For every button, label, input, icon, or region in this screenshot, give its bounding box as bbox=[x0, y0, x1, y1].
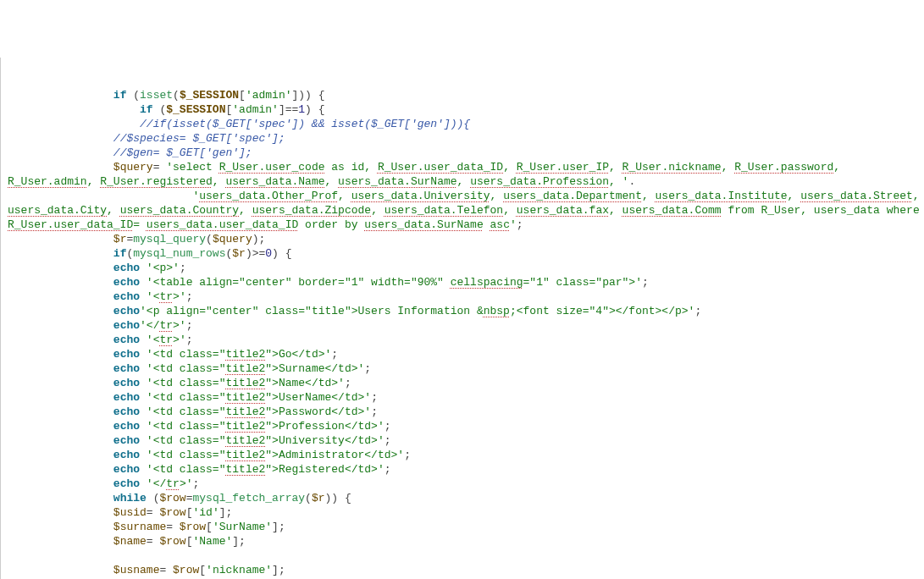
code-line[interactable]: echo '<tr>'; bbox=[1, 333, 924, 347]
code-line[interactable]: $surname= $row['SurName']; bbox=[1, 520, 924, 534]
code-line[interactable]: echo '<tr>'; bbox=[1, 290, 924, 304]
code-line[interactable]: echo'<p align="center" class="title">Use… bbox=[1, 304, 924, 318]
code-line[interactable]: $name= $row['Name']; bbox=[1, 534, 924, 549]
code-editor[interactable]: if (isset($_SESSION['admin'])) { if ($_S… bbox=[0, 58, 924, 579]
code-line[interactable]: echo '<table align="center" border="1" w… bbox=[1, 275, 924, 290]
code-line[interactable] bbox=[1, 549, 924, 563]
code-line[interactable]: echo '<td class="title2">Registered</td>… bbox=[1, 462, 924, 477]
code-line[interactable]: $query= 'select R_User.user_code as id, … bbox=[1, 160, 924, 189]
code-line[interactable]: if(mysql_num_rows($r)>=0) { bbox=[1, 246, 924, 261]
code-line[interactable]: //$species= $_GET['spec']; bbox=[1, 131, 924, 146]
code-lines-container: if (isset($_SESSION['admin'])) { if ($_S… bbox=[1, 88, 924, 579]
code-line[interactable]: $usname= $row['nickname']; bbox=[1, 563, 924, 577]
code-line[interactable]: echo '</tr>'; bbox=[1, 477, 924, 491]
code-line[interactable]: echo '<p>'; bbox=[1, 261, 924, 275]
code-line[interactable]: echo '<td class="title2">UserName</td>'; bbox=[1, 390, 924, 405]
code-line[interactable]: echo '<td class="title2">Password</td>'; bbox=[1, 405, 924, 419]
code-line[interactable]: //$gen= $_GET['gen']; bbox=[1, 146, 924, 160]
code-line[interactable]: echo '<td class="title2">Name</td>'; bbox=[1, 376, 924, 390]
code-line[interactable]: while ($row=mysql_fetch_array($r)) { bbox=[1, 491, 924, 505]
code-line[interactable]: if ($_SESSION['admin']==1) { bbox=[1, 102, 924, 117]
code-line[interactable]: $usid= $row['id']; bbox=[1, 505, 924, 520]
code-line[interactable]: echo'</tr>'; bbox=[1, 318, 924, 333]
code-line[interactable]: echo '<td class="title2">Profession</td>… bbox=[1, 419, 924, 433]
code-line[interactable]: //if(isset($_GET['spec']) && isset($_GET… bbox=[1, 117, 924, 131]
code-line[interactable]: 'users_data.Other_Prof, users_data.Unive… bbox=[1, 189, 924, 232]
code-line[interactable]: if (isset($_SESSION['admin'])) { bbox=[1, 88, 924, 102]
code-line[interactable]: echo '<td class="title2">University</td>… bbox=[1, 433, 924, 448]
code-line[interactable]: echo '<td class="title2">Go</td>'; bbox=[1, 347, 924, 361]
code-line[interactable]: $r=mysql_query($query); bbox=[1, 232, 924, 246]
code-line[interactable]: echo '<td class="title2">Surname</td>'; bbox=[1, 361, 924, 376]
code-line[interactable]: echo '<td class="title2">Administrator</… bbox=[1, 448, 924, 462]
